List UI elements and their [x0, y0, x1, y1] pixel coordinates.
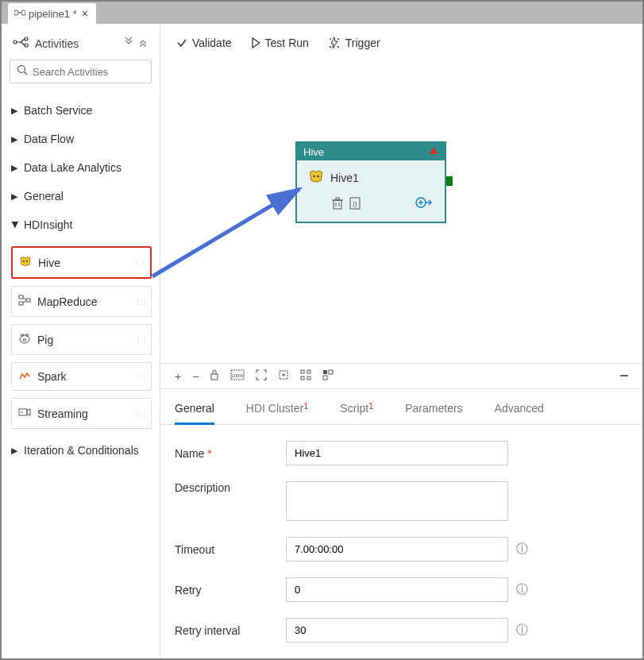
category-label: HDInsight — [24, 218, 72, 231]
svg-point-23 — [337, 46, 339, 48]
retry-input[interactable] — [286, 577, 508, 602]
svg-text:100%: 100% — [232, 373, 245, 378]
category-data-lake-analytics[interactable]: ▶ Data Lake Analytics — [10, 153, 152, 182]
category-general[interactable]: ▶ General — [10, 182, 152, 210]
pipeline-tab[interactable]: pipeline1 * × — [8, 3, 96, 24]
pipeline-canvas[interactable]: Hive Hive1 — [160, 62, 642, 388]
layout-icon[interactable] — [322, 369, 334, 383]
close-icon[interactable]: × — [80, 7, 90, 20]
properties-panel: General HDI Cluster1 Script1 Parameters … — [160, 388, 642, 658]
svg-rect-46 — [323, 370, 327, 374]
timeout-input[interactable] — [286, 537, 508, 562]
code-icon[interactable]: {} — [349, 197, 361, 212]
grip-icon: ⋮⋮ — [133, 408, 148, 419]
activity-spark[interactable]: Spark ⋮⋮ — [11, 362, 152, 391]
svg-point-4 — [25, 37, 28, 41]
svg-point-18 — [23, 339, 26, 342]
error-badge: 1 — [368, 401, 373, 411]
activities-header: Activities — [10, 32, 152, 60]
zoom-out-icon[interactable]: − — [192, 370, 199, 383]
canvas-toolbar: Validate Test Run Trigger — [160, 24, 642, 62]
node-title-label: Hive1 — [330, 172, 359, 184]
svg-point-5 — [25, 44, 28, 47]
validate-label: Validate — [192, 37, 232, 49]
hdinsight-items: Hive ⋮⋮ MapReduce ⋮⋮ Pig ⋮⋮ — [10, 246, 152, 429]
lock-icon[interactable] — [210, 369, 219, 383]
retry-interval-label: Retry interval — [175, 624, 240, 637]
svg-point-6 — [18, 66, 25, 73]
chevron-right-icon: ▶ — [11, 446, 19, 456]
validate-button[interactable]: Validate — [176, 37, 232, 49]
grip-icon: ⋮⋮ — [133, 257, 147, 268]
activity-pig[interactable]: Pig ⋮⋮ — [11, 324, 152, 355]
activity-hive[interactable]: Hive ⋮⋮ — [11, 246, 152, 279]
collapse-all-icon[interactable] — [139, 37, 148, 49]
delete-icon[interactable] — [332, 197, 343, 212]
mapreduce-icon — [18, 294, 31, 309]
tab-title: pipeline1 * — [29, 8, 77, 20]
svg-rect-42 — [301, 370, 304, 373]
svg-line-13 — [23, 297, 26, 300]
node-body: Hive1 {} — [297, 160, 445, 222]
category-label: Iteration & Conditionals — [24, 444, 139, 457]
category-iteration-conditionals[interactable]: ▶ Iteration & Conditionals — [10, 436, 152, 465]
svg-rect-0 — [14, 10, 18, 15]
activity-label: MapReduce — [37, 295, 98, 308]
svg-point-16 — [21, 334, 24, 337]
description-label: Description — [175, 481, 230, 494]
tab-script[interactable]: Script1 — [340, 402, 373, 424]
spark-icon — [18, 370, 31, 383]
info-icon[interactable]: ⓘ — [516, 623, 528, 638]
svg-rect-44 — [301, 376, 304, 380]
tab-advanced[interactable]: Advanced — [495, 402, 544, 424]
svg-rect-38 — [211, 374, 218, 380]
drag-arrow-annotation — [148, 181, 315, 284]
canvas-controls: + − 100% − — [160, 363, 642, 388]
svg-rect-45 — [307, 376, 310, 380]
category-data-flow[interactable]: ▶ Data Flow — [10, 125, 152, 153]
node-type-label: Hive — [303, 146, 324, 158]
trigger-button[interactable]: Trigger — [328, 37, 380, 49]
category-label: Data Flow — [24, 133, 74, 145]
category-batch-service[interactable]: ▶ Batch Service — [10, 96, 152, 125]
zoom-in-icon[interactable]: + — [175, 370, 181, 383]
output-connector[interactable] — [446, 176, 453, 186]
retry-interval-input[interactable] — [286, 618, 508, 643]
name-input[interactable] — [286, 441, 508, 465]
category-label: Data Lake Analytics — [24, 161, 121, 174]
add-output-icon[interactable] — [415, 196, 432, 212]
category-hdinsight[interactable]: ▶ HDInsight — [10, 210, 152, 239]
test-run-button[interactable]: Test Run — [251, 37, 309, 49]
activity-mapreduce[interactable]: MapReduce ⋮⋮ — [11, 286, 152, 317]
info-icon[interactable]: ⓘ — [516, 542, 528, 557]
svg-line-7 — [25, 72, 28, 75]
tab-bar: pipeline1 * × — [2, 2, 642, 24]
search-activities-box[interactable] — [10, 60, 152, 83]
svg-rect-26 — [334, 200, 341, 209]
error-badge: 1 — [303, 401, 308, 411]
minimize-panel-icon[interactable]: − — [619, 368, 628, 384]
activity-streaming[interactable]: Streaming ⋮⋮ — [11, 398, 152, 429]
zoom-selection-icon[interactable] — [278, 369, 289, 383]
tab-general[interactable]: General — [175, 402, 214, 425]
zoom-100-icon[interactable]: 100% — [230, 369, 245, 383]
hive-activity-node[interactable]: Hive Hive1 — [295, 141, 446, 223]
expand-all-icon[interactable] — [125, 37, 134, 49]
svg-rect-43 — [307, 370, 310, 373]
search-input[interactable] — [33, 66, 145, 78]
activity-label: Streaming — [37, 407, 88, 420]
description-input[interactable] — [286, 481, 508, 521]
chevron-right-icon: ▶ — [11, 106, 19, 116]
trigger-label: Trigger — [345, 37, 380, 49]
svg-point-20 — [330, 38, 331, 40]
auto-align-icon[interactable] — [300, 369, 311, 383]
svg-point-9 — [26, 261, 28, 262]
chevron-right-icon: ▶ — [11, 191, 19, 202]
general-form: Name * Description Timeout ⓘ Retry ⓘ — [160, 425, 642, 660]
info-icon[interactable]: ⓘ — [516, 582, 528, 597]
chevron-right-icon: ▶ — [11, 163, 19, 173]
fit-screen-icon[interactable] — [256, 369, 267, 383]
timeout-label: Timeout — [175, 543, 214, 556]
tab-hdi-cluster[interactable]: HDI Cluster1 — [246, 402, 308, 424]
tab-parameters[interactable]: Parameters — [405, 402, 462, 424]
